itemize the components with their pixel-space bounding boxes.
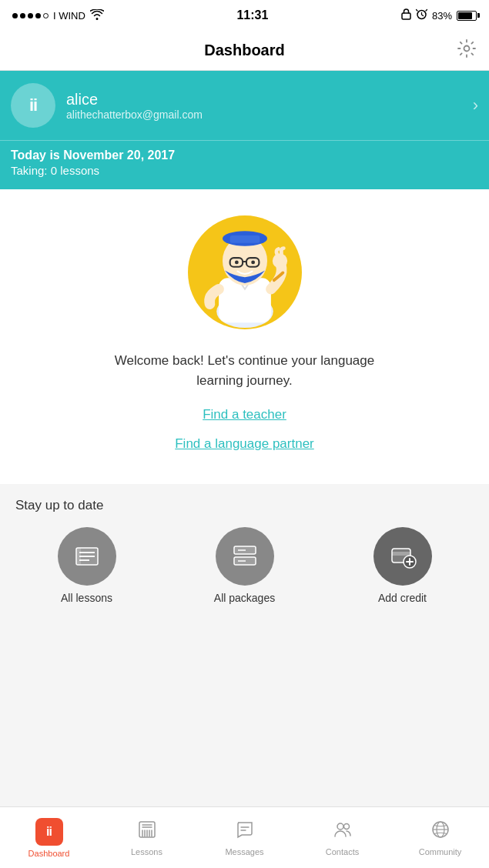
all-lessons-label: All lessons [61, 592, 112, 604]
stay-section: Stay up to date All lessons [0, 484, 489, 619]
all-lessons-button[interactable]: All lessons [15, 527, 158, 604]
nav-contacts[interactable]: Contacts [293, 807, 391, 868]
nav-community-label: Community [419, 847, 462, 856]
all-packages-label: All packages [214, 592, 275, 604]
dot3 [28, 13, 33, 18]
lessons-icon [137, 820, 157, 844]
add-credit-button[interactable]: Add credit [331, 527, 474, 604]
dot5 [43, 13, 49, 18]
settings-button[interactable] [457, 38, 477, 63]
svg-rect-18 [76, 548, 81, 565]
profile-name: alice [66, 91, 462, 108]
find-partner-button[interactable]: Find a language partner [175, 436, 314, 452]
stay-title: Stay up to date [15, 498, 474, 513]
taking-text: Taking: 0 lessons [11, 164, 478, 177]
all-packages-button[interactable]: All packages [173, 527, 316, 604]
nav-messages[interactable]: Messages [196, 807, 293, 868]
dot4 [35, 13, 41, 18]
nav-dashboard-label: Dashboard [28, 849, 70, 858]
nav-dashboard[interactable]: ii Dashboard [0, 807, 98, 868]
all-lessons-icon [72, 542, 102, 571]
battery-icon [457, 11, 477, 21]
nav-community[interactable]: Community [391, 807, 489, 868]
svg-point-12 [251, 261, 255, 265]
welcome-message: Welcome back! Let's continue your langua… [99, 351, 391, 390]
nav-lessons-label: Lessons [131, 847, 162, 856]
nav-contacts-label: Contacts [326, 847, 359, 856]
status-left: I WIND [12, 9, 104, 22]
lock-icon [401, 8, 411, 22]
dot2 [20, 13, 25, 18]
bottom-nav: ii Dashboard Lessons M [0, 806, 489, 868]
date-banner: Today is November 20, 2017 Taking: 0 les… [0, 140, 489, 189]
svg-rect-7 [229, 235, 260, 243]
header: Dashboard [0, 31, 489, 71]
dot1 [12, 13, 18, 18]
find-teacher-button[interactable]: Find a teacher [203, 407, 286, 422]
svg-point-38 [337, 823, 343, 830]
page-title: Dashboard [204, 42, 284, 59]
mascot-svg [195, 215, 295, 330]
status-bar: I WIND 11:31 83% [0, 0, 489, 31]
carrier-label: I WIND [53, 10, 85, 22]
dashboard-icon: ii [35, 818, 63, 846]
svg-point-2 [464, 45, 470, 51]
main-content: Welcome back! Let's continue your langua… [0, 189, 489, 484]
svg-point-11 [234, 261, 238, 265]
messages-icon [235, 820, 255, 844]
svg-point-13 [272, 253, 286, 268]
all-packages-icon [230, 542, 260, 571]
add-credit-icon-circle [373, 527, 432, 586]
date-text: Today is November 20, 2017 [11, 149, 478, 162]
nav-messages-label: Messages [225, 847, 263, 856]
battery-fill [458, 12, 472, 19]
chevron-right-icon: › [473, 95, 478, 115]
status-right: 83% [401, 8, 477, 22]
add-credit-icon [388, 542, 417, 571]
svg-rect-24 [392, 552, 410, 556]
mascot-container [183, 211, 306, 334]
battery-percentage: 83% [432, 10, 452, 22]
all-lessons-icon-circle [58, 527, 116, 586]
profile-email: alithechatterbox@gmail.com [66, 108, 462, 121]
profile-info: alice alithechatterbox@gmail.com [66, 91, 462, 121]
all-packages-icon-circle [216, 527, 274, 586]
avatar: ii [11, 83, 55, 128]
add-credit-label: Add credit [378, 592, 427, 604]
profile-banner[interactable]: ii alice alithechatterbox@gmail.com › [0, 71, 489, 140]
wifi-icon [90, 9, 104, 22]
dashboard-ii-text: ii [46, 825, 52, 839]
avatar-text: ii [29, 95, 37, 115]
mascot-circle [188, 215, 302, 329]
svg-point-39 [343, 823, 349, 829]
status-time: 11:31 [236, 8, 268, 22]
quick-actions: All lessons All packages [15, 527, 474, 604]
community-icon [430, 820, 450, 844]
nav-lessons[interactable]: Lessons [98, 807, 196, 868]
signal-dots [12, 13, 49, 18]
contacts-icon [333, 820, 353, 844]
alarm-icon [416, 8, 427, 22]
svg-rect-0 [402, 13, 410, 19]
